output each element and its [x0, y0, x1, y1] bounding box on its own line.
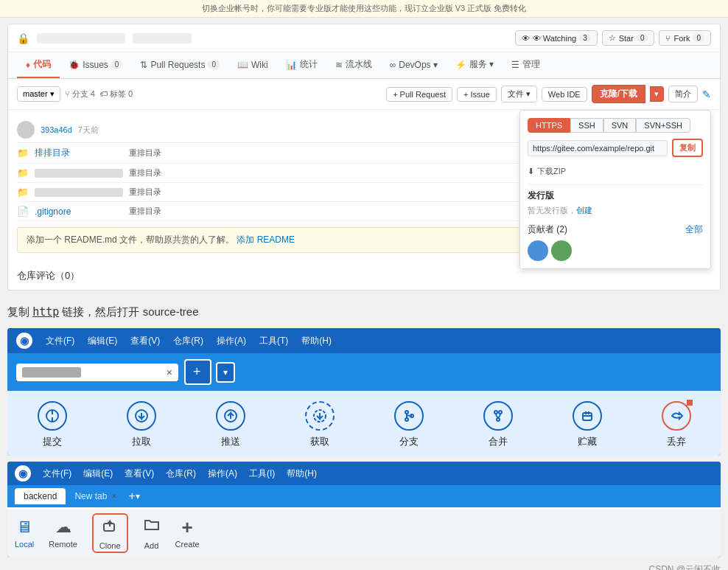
- st2-nav-local[interactable]: 🖥 Local: [15, 518, 34, 549]
- st1-action-discard[interactable]: 丢弃: [647, 401, 706, 448]
- clone-tabs: HTTPS SSH SVN SVN+SSH: [528, 118, 703, 133]
- readme-text: 添加一个 README.md 文件，帮助原共赏的人了解。: [27, 234, 234, 245]
- st2-nav-remote[interactable]: ☁ Remote: [49, 518, 77, 549]
- st1-menu-action[interactable]: 操作(A): [217, 333, 246, 349]
- st2-menu-help[interactable]: 帮助(H): [287, 466, 317, 482]
- clone-tab-svn[interactable]: SVN: [603, 118, 637, 133]
- st1-toolbar: × + ▾: [7, 353, 721, 391]
- code-icon: ♦: [26, 60, 30, 70]
- fork-button[interactable]: ⑂ Fork 0: [659, 30, 711, 46]
- tab-wiki[interactable]: 📖 Wiki: [228, 52, 277, 78]
- tab-manage[interactable]: ☰ 管理: [503, 52, 549, 78]
- st2-tabs-dropdown-button[interactable]: ▾: [136, 491, 140, 501]
- file-name[interactable]: [35, 188, 123, 197]
- create-release-link[interactable]: 创建: [576, 206, 592, 215]
- newtab-close-icon[interactable]: ×: [111, 491, 116, 501]
- st1-add-button[interactable]: +: [184, 359, 211, 385]
- st1-menu-edit[interactable]: 编辑(E): [88, 333, 117, 349]
- tab-devops[interactable]: ∞ DevOps ▾: [381, 52, 447, 78]
- st1-menu-help[interactable]: 帮助(H): [301, 333, 332, 349]
- clone-url-input[interactable]: [528, 140, 668, 156]
- st2-menu-view[interactable]: 查看(V): [125, 466, 154, 482]
- download-zip-label: 下载ZIP: [537, 166, 566, 177]
- svg-point-10: [405, 418, 408, 421]
- st2-menu-tools[interactable]: 工具(I): [249, 466, 275, 482]
- commit-label: 提交: [43, 435, 62, 448]
- repo-actions: 👁 👁 Watching 3 ☆ Star 0 ⑂ Fork 0: [515, 30, 711, 46]
- st2-nav-clone[interactable]: Clone: [92, 513, 128, 553]
- st2-tab-backend[interactable]: backend: [15, 488, 66, 504]
- st1-action-merge[interactable]: 合并: [469, 401, 528, 448]
- st2-add-tab-button[interactable]: +: [128, 490, 135, 503]
- st2-nav-create[interactable]: + Create: [175, 518, 200, 549]
- folder-icon: 📁: [17, 147, 29, 159]
- clone-url-row: 复制: [528, 139, 703, 157]
- tab-code[interactable]: ♦ 代码: [17, 52, 60, 78]
- contributor-avatars: [528, 240, 703, 261]
- sourcetree-panel-2: ◉ 文件(F) 编辑(E) 查看(V) 仓库(R) 操作(A) 工具(I) 帮助…: [7, 462, 721, 557]
- star-button[interactable]: ☆ Star 0: [602, 30, 655, 46]
- st1-action-fetch[interactable]: 获取: [290, 401, 349, 448]
- gitee-repo-section: 🔒 👁 👁 Watching 3 ☆ Star 0 ⑂ Fork 0 ♦: [7, 24, 721, 291]
- clone-dropdown-button[interactable]: ▾: [650, 86, 664, 102]
- branch-selector[interactable]: master ▾: [17, 86, 60, 102]
- st2-menu-file[interactable]: 文件(F): [43, 466, 71, 482]
- top-banner: 切换企业帐号时，你可能需要专业版才能使用这些功能，现订立企业版 V3 正式版 免…: [0, 0, 728, 18]
- file-name[interactable]: [35, 169, 123, 178]
- tab-issues[interactable]: 🐞 Issues 0: [60, 52, 131, 78]
- contributor-label: 贡献者 (2): [528, 223, 567, 236]
- branch-icon: [394, 401, 424, 431]
- edit-icon[interactable]: ✎: [702, 88, 711, 100]
- merge-icon: [483, 401, 513, 431]
- file-name[interactable]: 排排目录: [35, 147, 123, 159]
- add-folder-icon: [143, 516, 161, 538]
- pr-icon: ⇅: [140, 60, 147, 70]
- download-zip-button[interactable]: ⬇ 下载ZIP: [528, 163, 703, 180]
- st1-action-push[interactable]: 推送: [201, 401, 260, 448]
- sourcetree-panel-1: ◉ 文件(F) 编辑(E) 查看(V) 仓库(R) 操作(A) 工具(T) 帮助…: [7, 328, 721, 456]
- issue-button[interactable]: + Issue: [457, 87, 497, 102]
- monitor-icon: 🖥: [16, 518, 32, 537]
- st1-menu-view[interactable]: 查看(V): [130, 333, 160, 349]
- table-row: 📄 .gitignore 重排目录 7天前: [17, 202, 577, 221]
- st1-search-blur: [22, 367, 81, 378]
- clone-tab-https[interactable]: HTTPS: [528, 118, 570, 133]
- st1-search-close[interactable]: ×: [167, 366, 172, 378]
- clone-tab-svnssh[interactable]: SVN+SSH: [636, 118, 690, 133]
- readme-bar: 添加一个 README.md 文件，帮助原共赏的人了解。 添加 README: [17, 227, 577, 253]
- st1-action-pull[interactable]: 拉取: [112, 401, 171, 448]
- st1-add-dropdown-button[interactable]: ▾: [216, 362, 235, 383]
- st2-menu-edit[interactable]: 编辑(E): [83, 466, 113, 482]
- st1-action-stash[interactable]: 贮藏: [558, 401, 617, 448]
- st2-menubar: ◉ 文件(F) 编辑(E) 查看(V) 仓库(R) 操作(A) 工具(I) 帮助…: [7, 462, 721, 485]
- st2-menu-action[interactable]: 操作(A): [208, 466, 237, 482]
- tab-services[interactable]: ⚡ 服务 ▾: [447, 52, 503, 78]
- st1-action-branch[interactable]: 分支: [379, 401, 438, 448]
- release-title: 发行版: [528, 190, 703, 202]
- pull-request-button[interactable]: + Pull Request: [386, 87, 452, 102]
- add-readme-link[interactable]: 添加 README: [237, 234, 295, 245]
- st2-tab-newtab[interactable]: New tab ×: [66, 488, 125, 504]
- svg-point-14: [494, 411, 497, 414]
- file-dropdown-button[interactable]: 文件 ▾: [501, 86, 537, 102]
- watching-button[interactable]: 👁 👁 Watching 3: [515, 30, 598, 46]
- clone-download-button[interactable]: 克隆/下载: [592, 85, 645, 103]
- tab-pipeline[interactable]: ≋ 流水线: [326, 52, 381, 78]
- st2-nav-add[interactable]: Add: [143, 516, 161, 550]
- st1-menu-tools[interactable]: 工具(T): [259, 333, 288, 349]
- clone-tab-ssh[interactable]: SSH: [570, 118, 603, 133]
- intro-button[interactable]: 简介: [668, 86, 698, 102]
- tab-pull-requests[interactable]: ⇅ Pull Requests 0: [131, 52, 228, 78]
- branches-meta: ⑂ 分支 4: [65, 88, 95, 100]
- http-code-text: http: [32, 305, 59, 319]
- st1-action-commit[interactable]: 提交: [23, 401, 82, 448]
- contributor-all-link[interactable]: 全部: [685, 223, 703, 236]
- webide-button[interactable]: Web IDE: [542, 87, 587, 102]
- copy-button[interactable]: 复制: [672, 139, 703, 157]
- star-count: 0: [637, 34, 648, 42]
- tab-stats[interactable]: 📊 统计: [277, 52, 326, 78]
- st1-menu-repo[interactable]: 仓库(R): [173, 333, 203, 349]
- st1-menu-file[interactable]: 文件(F): [46, 333, 74, 349]
- file-name[interactable]: .gitignore: [35, 206, 123, 217]
- st2-menu-repo[interactable]: 仓库(R): [166, 466, 196, 482]
